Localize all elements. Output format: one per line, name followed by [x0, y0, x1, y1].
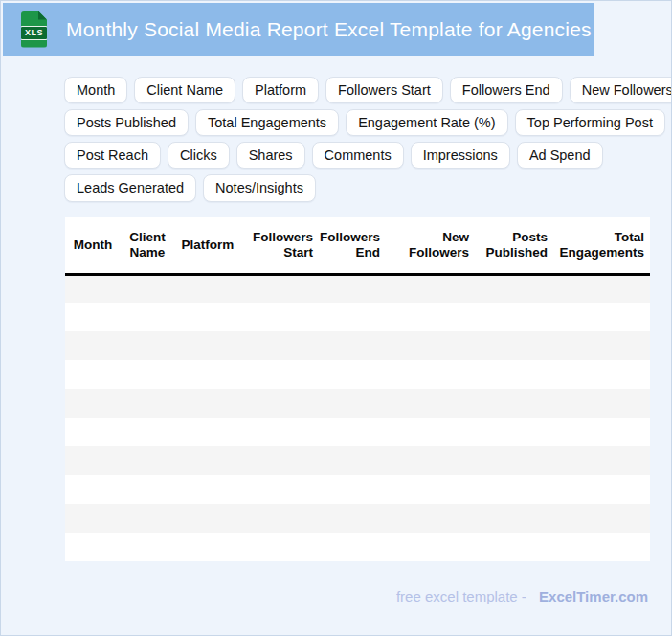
chip-platform[interactable]: Platform [242, 77, 319, 103]
table-cell-empty [472, 475, 550, 504]
table-cell-empty [121, 360, 174, 389]
table-cell-empty [383, 504, 472, 533]
footer: free excel template - ExcelTimer.com [396, 588, 648, 604]
page-title: Monthly Social Media Report Excel Templa… [66, 18, 592, 41]
table-cell-empty [174, 274, 241, 303]
table-row [65, 303, 650, 331]
table-cell-empty [65, 360, 121, 389]
table-cell-empty [316, 418, 383, 446]
table-cell-empty [174, 360, 241, 389]
table-cell-empty [174, 418, 241, 446]
xls-file-icon: XLS [21, 11, 47, 48]
table-cell-empty [383, 389, 472, 418]
table-cell-empty [121, 446, 174, 475]
table-cell-empty [316, 360, 383, 389]
table-cell-empty [241, 504, 316, 533]
chip-followers-end[interactable]: Followers End [450, 77, 563, 103]
chip-engagement-rate[interactable]: Engagement Rate (%) [346, 109, 507, 136]
table-row [65, 446, 650, 475]
column-header-total-engagements: Total Engagements [550, 217, 650, 274]
column-header-month: Month [65, 217, 121, 274]
table-cell-empty [550, 360, 650, 389]
xls-file-icon-fold [38, 11, 47, 20]
column-header-platform: Platform [174, 217, 241, 274]
table-row [65, 360, 650, 389]
table-cell-empty [241, 446, 316, 475]
table-cell-empty [383, 303, 472, 331]
table-cell-empty [65, 331, 121, 360]
table-cell-empty [550, 446, 650, 475]
chip-leads-generated[interactable]: Leads Generated [64, 174, 196, 201]
table-row [65, 533, 650, 561]
report-table-head: MonthClient NamePlatformFollowers StartF… [65, 217, 650, 274]
table-cell-empty [472, 331, 550, 360]
chip-post-reach[interactable]: Post Reach [64, 142, 161, 169]
table-row [65, 504, 650, 533]
chip-row: Posts PublishedTotal EngagementsEngageme… [64, 109, 672, 136]
footer-text: free excel template - [396, 588, 526, 604]
chip-posts-published[interactable]: Posts Published [64, 109, 189, 136]
chip-row: Leads GeneratedNotes/Insights [64, 174, 672, 201]
table-cell-empty [174, 303, 241, 331]
chip-row: Post ReachClicksSharesCommentsImpression… [64, 142, 672, 169]
table-cell-empty [121, 331, 174, 360]
table-cell-empty [316, 533, 383, 561]
column-header-new-followers: New Followers [383, 217, 472, 274]
chip-total-engagements[interactable]: Total Engagements [195, 109, 339, 136]
column-header-followers-end: Followers End [316, 217, 383, 274]
table-cell-empty [174, 475, 241, 504]
table-cell-empty [550, 504, 650, 533]
header-row: MonthClient NamePlatformFollowers StartF… [65, 217, 650, 274]
chip-impressions[interactable]: Impressions [411, 142, 510, 169]
table-cell-empty [65, 418, 121, 446]
table-cell-empty [316, 446, 383, 475]
table-cell-empty [472, 303, 550, 331]
chip-notes-insights[interactable]: Notes/Insights [203, 174, 316, 201]
footer-brand-link[interactable]: ExcelTimer.com [539, 588, 648, 604]
column-header-followers-start: Followers Start [241, 217, 316, 274]
chip-month[interactable]: Month [64, 77, 127, 103]
chip-new-followers[interactable]: New Followers [570, 77, 672, 103]
table-cell-empty [174, 446, 241, 475]
chip-top-performing-post[interactable]: Top Performing Post [515, 109, 665, 136]
table-cell-empty [316, 303, 383, 331]
chip-followers-start[interactable]: Followers Start [325, 77, 443, 103]
table-cell-empty [472, 446, 550, 475]
chip-comments[interactable]: Comments [312, 142, 404, 169]
table-cell-empty [241, 533, 316, 561]
table-cell-empty [383, 418, 472, 446]
table-cell-empty [121, 504, 174, 533]
table-cell-empty [472, 504, 550, 533]
chip-client-name[interactable]: Client Name [134, 77, 235, 103]
chip-clicks[interactable]: Clicks [168, 142, 230, 169]
table-cell-empty [65, 389, 121, 418]
table-cell-empty [383, 274, 472, 303]
table-row [65, 274, 650, 303]
column-header-client-name: Client Name [121, 217, 174, 274]
table-cell-empty [174, 389, 241, 418]
table-cell-empty [174, 504, 241, 533]
table-cell-empty [550, 389, 650, 418]
table-cell-empty [383, 331, 472, 360]
table-row [65, 331, 650, 360]
table-cell-empty [241, 303, 316, 331]
page: XLS Monthly Social Media Report Excel Te… [0, 0, 672, 636]
header-bar: XLS Monthly Social Media Report Excel Te… [3, 3, 594, 56]
table-cell-empty [65, 446, 121, 475]
table-cell-empty [316, 331, 383, 360]
table-row [65, 389, 650, 418]
table-cell-empty [241, 418, 316, 446]
chip-shares[interactable]: Shares [236, 142, 305, 169]
table-cell-empty [241, 475, 316, 504]
table-cell-empty [121, 418, 174, 446]
table-cell-empty [383, 475, 472, 504]
table-cell-empty [550, 418, 650, 446]
table-cell-empty [174, 331, 241, 360]
table-row [65, 418, 650, 446]
chip-ad-spend[interactable]: Ad Spend [517, 142, 603, 169]
table-cell-empty [472, 274, 550, 303]
report-table: MonthClient NamePlatformFollowers StartF… [65, 217, 650, 561]
table-cell-empty [65, 504, 121, 533]
table-cell-empty [65, 475, 121, 504]
chip-row: MonthClient NamePlatformFollowers StartF… [64, 77, 672, 103]
